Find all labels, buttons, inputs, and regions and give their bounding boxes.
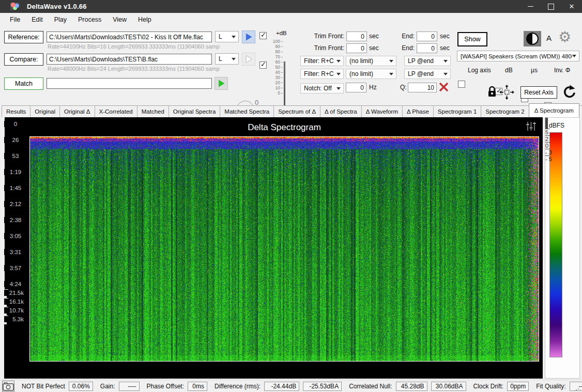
tab-spectrum-of[interactable]: Spectrum of Δ (273, 105, 320, 117)
status-items: NOT Bit Perfect0.06%Gain:----Phase Offse… (14, 382, 582, 391)
delta-spectrogram-plot[interactable] (30, 137, 539, 361)
volume-scale-value: 0 (268, 90, 280, 96)
y-axis-minor-tick (4, 324, 7, 324)
menu-item-file[interactable]: File (4, 13, 26, 26)
sliders-icon (526, 121, 537, 131)
lock-axis-button[interactable] (487, 86, 497, 100)
notch-value: Notch: Off (304, 85, 332, 92)
compare-path-input[interactable] (47, 54, 212, 65)
tab-of-spectra[interactable]: Δ of Spectra (320, 105, 362, 117)
tab-spectrogram-2[interactable]: Spectrogram 2 (481, 105, 529, 117)
pan-move-icon (499, 85, 514, 100)
x-axis-label: 53 (4, 153, 27, 159)
log-axis-label: Log axis (468, 67, 491, 74)
statusbar: NOT Bit Perfect0.06%Gain:----Phase Offse… (0, 380, 582, 392)
close-button[interactable]: ✕ (561, 0, 582, 13)
tab-results[interactable]: Results (2, 105, 30, 117)
reference-play-button[interactable] (242, 30, 255, 43)
filter-mode-select-2[interactable]: Filter: R+C (300, 69, 344, 79)
reference-enabled-checkbox[interactable] (259, 32, 267, 39)
menu-item-edit[interactable]: Edit (26, 13, 49, 26)
contrast-button[interactable] (524, 31, 541, 46)
tab-spectrogram[interactable]: Δ Spectrogram (529, 103, 579, 117)
reference-button[interactable]: Reference: (4, 31, 43, 43)
x-axis-major-tick (4, 261, 5, 265)
play-icon (246, 33, 252, 41)
status-value-correlated-null: 30.06dBA (431, 382, 466, 391)
filter-limit-select-1[interactable]: (no limit) (346, 56, 396, 66)
filter-limit-select-2[interactable]: (no limit) (346, 69, 396, 79)
tab-original[interactable]: Original (30, 105, 60, 117)
show-button[interactable]: Show (457, 32, 487, 46)
notch-q-input[interactable] (408, 83, 437, 92)
chevron-down-icon (443, 73, 448, 75)
refresh-button[interactable] (562, 84, 576, 101)
volume-scale-tick (281, 46, 283, 47)
compare-channel-select[interactable]: L (215, 53, 239, 65)
clear-notch-button[interactable] (439, 82, 449, 92)
filter-mode-select-1[interactable]: Filter: R+C (300, 56, 344, 66)
menu-item-help[interactable]: Help (132, 13, 157, 26)
menu-item-play[interactable]: Play (49, 13, 72, 26)
colorbar-tick-label: - 3 (545, 149, 552, 155)
trim-front-input-2[interactable] (346, 43, 367, 53)
compare-play-button[interactable] (242, 53, 255, 66)
x-axis-major-tick (4, 165, 5, 169)
compare-enabled-checkbox[interactable] (259, 61, 267, 69)
tab-spectrogram-1[interactable]: Spectrogram 1 (433, 105, 481, 117)
gear-icon[interactable]: ⚙ (558, 30, 571, 44)
resize-grip[interactable] (575, 386, 580, 391)
volume-scale-value: 70 (268, 54, 280, 59)
menu-item-process[interactable]: Process (72, 13, 107, 26)
y-axis-label: 5.3k (4, 316, 24, 322)
trim-end-input-2[interactable] (417, 43, 437, 53)
reference-channel-select[interactable]: L (215, 31, 239, 42)
minimize-button[interactable] (520, 0, 541, 13)
filter-lp-select-1[interactable]: LP @end (404, 56, 451, 66)
log-axis-checkbox[interactable] (458, 81, 465, 88)
reset-axis-button[interactable]: Reset Axis (520, 86, 557, 99)
trim-end-unit-1: sec (440, 33, 450, 40)
chart-settings-button[interactable] (526, 121, 537, 133)
volume-scale-tick (281, 83, 283, 83)
titlebar: DeltaWave v1.0.66 ✕ (0, 0, 582, 13)
trim-end-input-1[interactable] (417, 32, 437, 41)
tab-original[interactable]: Original Δ (59, 105, 95, 117)
filter-lp-select-2[interactable]: LP @end (404, 69, 451, 79)
volume-scale-value: 90 (268, 44, 280, 49)
tab-phase[interactable]: Δ Phase (402, 105, 434, 117)
match-button[interactable]: Match (4, 77, 43, 90)
x-axis-major-tick (4, 277, 5, 281)
status-label-correlated-null: Correlated Null: (349, 383, 392, 390)
tab-matched-spectra[interactable]: Matched Spectra (220, 105, 274, 117)
notch-freq-input[interactable] (346, 83, 366, 92)
tab-waveform[interactable]: Δ Waveform (361, 105, 403, 117)
volume-scale-value: 60 (268, 59, 280, 65)
output-device-select[interactable]: [WASAPI] Speakers (Scream (WDM)) 4800( (457, 51, 579, 61)
maximize-button[interactable] (541, 0, 561, 13)
filter-mode-value-1: Filter: R+C (304, 57, 334, 65)
x-axis-label: 2:38 (4, 217, 27, 223)
y-axis-label: 16.1k (4, 299, 24, 305)
status-value-not-bit-perfect: 0.06% (69, 382, 93, 391)
reference-path-input[interactable] (47, 32, 212, 42)
trim-front-input-1[interactable] (346, 32, 367, 41)
match-play-button[interactable] (215, 77, 228, 90)
tab-matched[interactable]: Matched (137, 105, 169, 117)
status-label-difference-rms: Difference (rms): (215, 383, 261, 390)
notch-select[interactable]: Notch: Off (300, 83, 344, 93)
axes: 026531:191:452:122:383:053:313:574:2421.… (4, 117, 27, 324)
trim-front-unit-2: sec (369, 44, 379, 52)
compare-button[interactable]: Compare: (4, 53, 43, 66)
pan-mode-button[interactable] (499, 85, 514, 102)
refresh-icon (562, 84, 576, 99)
colorbar-tick-label: 2 (545, 136, 552, 142)
x-axis-label: 4:24 (4, 281, 27, 287)
colorbar-tick-label: 5 (545, 129, 552, 135)
chevron-down-icon (389, 60, 393, 62)
tab-original-spectra[interactable]: Original Spectra (169, 105, 220, 117)
screenshot-button[interactable] (2, 381, 14, 392)
match-input[interactable] (47, 78, 212, 89)
menu-item-view[interactable]: View (107, 13, 132, 26)
tab-x-correlated[interactable]: X-Correlated (95, 105, 137, 117)
